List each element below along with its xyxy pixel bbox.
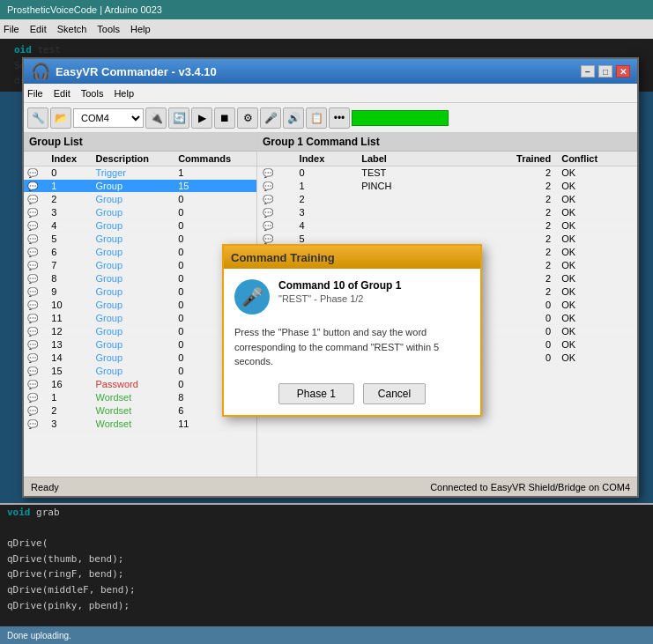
cmd-trained: 2 — [479, 272, 557, 285]
cmd-index: 3 — [294, 206, 357, 219]
group-index: 3 — [48, 206, 92, 219]
group-index: 13 — [48, 338, 92, 352]
toolbar-stop[interactable]: ⏹ — [214, 107, 235, 129]
toolbar-connect[interactable]: 🔌 — [145, 107, 167, 129]
cmd-trained: 2 — [479, 219, 557, 233]
group-description: Group — [93, 180, 175, 193]
arduino-menu-sketch[interactable]: Sketch — [57, 24, 87, 34]
group-description: Group — [93, 272, 175, 285]
group-icon: 💬 — [27, 419, 38, 429]
group-index: 2 — [48, 404, 92, 418]
group-icon: 💬 — [27, 248, 38, 257]
phase-button[interactable]: Phase 1 — [278, 383, 354, 404]
cmd-trained: 2 — [479, 180, 557, 193]
group-icon: 💬 — [27, 393, 38, 403]
group-icon: 💬 — [27, 181, 38, 191]
arduino-menu-help[interactable]: Help — [130, 24, 151, 34]
group-list-row[interactable]: 💬 3 Group 0 — [24, 206, 256, 219]
cmd-label — [356, 206, 478, 219]
group-commands: 0 — [174, 219, 256, 233]
group-list-row[interactable]: 💬 0 Trigger 1 — [24, 167, 256, 180]
cmd-trained: 0 — [479, 299, 557, 312]
close-button[interactable]: ✕ — [616, 65, 630, 78]
group-description: Group — [93, 285, 175, 299]
group-description: Group — [93, 312, 175, 325]
toolbar-speaker[interactable]: 🔊 — [283, 107, 304, 129]
menu-file[interactable]: File — [27, 88, 43, 99]
cmd-conflict: OK — [556, 193, 637, 206]
cmd-col-label: Label — [356, 152, 478, 167]
group-icon: 💬 — [27, 327, 38, 337]
minimize-button[interactable]: − — [581, 65, 595, 78]
cmd-conflict: OK — [556, 167, 637, 180]
command-list-row[interactable]: 💬 1 PINCH 2 OK — [257, 180, 637, 193]
toolbar-more[interactable]: ••• — [329, 107, 350, 129]
toolbar-play[interactable]: ▶ — [191, 107, 212, 129]
cmd-trained: 2 — [479, 285, 557, 299]
training-subheading: "REST" - Phase 1/2 — [278, 293, 470, 304]
group-description: Group — [93, 325, 175, 338]
group-list-row[interactable]: 💬 1 Group 15 — [24, 180, 256, 193]
group-list-row[interactable]: 💬 4 Group 0 — [24, 219, 256, 233]
arduino-menu-tools[interactable]: Tools — [97, 24, 120, 34]
group-list-row[interactable]: 💬 3 Wordset 11 — [24, 418, 256, 431]
group-list-row[interactable]: 💬 2 Group 0 — [24, 193, 256, 206]
cmd-conflict: OK — [556, 259, 637, 272]
group-icon: 💬 — [27, 287, 38, 297]
group-index: 16 — [48, 378, 92, 391]
command-list-row[interactable]: 💬 0 TEST 2 OK — [257, 167, 637, 180]
arduino-title: ProstheticVoiceCode | Arduino 0023 — [7, 4, 162, 15]
group-description: Wordset — [93, 404, 175, 418]
toolbar-options[interactable]: 📋 — [306, 107, 327, 129]
toolbar-refresh[interactable]: 🔄 — [168, 107, 189, 129]
easyvr-menubar: File Edit Tools Help — [24, 84, 637, 103]
toolbar-icon-2[interactable]: 📂 — [50, 107, 71, 129]
easyvr-title: EasyVR Commander - v3.4.10 — [56, 65, 217, 78]
maximize-button[interactable]: □ — [598, 65, 612, 78]
menu-tools[interactable]: Tools — [81, 88, 104, 99]
easyvr-titlebar: 🎧 EasyVR Commander - v3.4.10 − □ ✕ — [24, 59, 637, 84]
toolbar-icon-1[interactable]: 🔧 — [27, 107, 48, 129]
training-dialog: Command Training 🎤 Command 10 of Group 1… — [222, 244, 482, 417]
cmd-icon: 💬 — [263, 195, 273, 204]
cancel-button[interactable]: Cancel — [363, 383, 426, 404]
cmd-trained: 2 — [479, 193, 557, 206]
command-list-row[interactable]: 💬 3 2 OK — [257, 206, 637, 219]
training-heading: Command 10 of Group 1 — [278, 279, 470, 292]
command-list-row[interactable]: 💬 4 2 OK — [257, 219, 637, 233]
cmd-index: 1 — [294, 180, 357, 193]
command-list-title: Group 1 Command List — [257, 133, 637, 152]
group-index: 12 — [48, 325, 92, 338]
com-port-select[interactable]: COM4 COM1 COM2 COM3 COM5 — [73, 108, 144, 128]
menu-help[interactable]: Help — [114, 88, 134, 99]
cmd-trained: 0 — [479, 325, 557, 338]
command-list-row[interactable]: 💬 2 2 OK — [257, 193, 637, 206]
group-icon: 💬 — [27, 314, 38, 323]
arduino-menubar: File Edit Sketch Tools Help — [0, 19, 653, 39]
menu-edit[interactable]: Edit — [54, 88, 70, 99]
cmd-col-conflict: Conflict — [556, 152, 637, 167]
group-description: Password — [93, 378, 175, 391]
arduino-menu-file[interactable]: File — [4, 24, 19, 34]
group-description: Group — [93, 193, 175, 206]
training-mic-icon: 🎤 — [234, 279, 270, 315]
signal-level-bar — [352, 110, 449, 126]
group-icon: 💬 — [27, 366, 38, 376]
group-icon: 💬 — [27, 353, 38, 363]
cmd-conflict: OK — [556, 352, 637, 365]
toolbar-settings[interactable]: ⚙ — [237, 107, 258, 129]
group-description: Group — [93, 206, 175, 219]
cmd-conflict: OK — [556, 338, 637, 352]
group-description: Group — [93, 246, 175, 259]
status-right: Connected to EasyVR Shield/Bridge on COM… — [430, 482, 630, 492]
group-index: 10 — [48, 299, 92, 312]
toolbar-mic[interactable]: 🎤 — [260, 107, 281, 129]
arduino-menu-edit[interactable]: Edit — [30, 24, 47, 34]
cmd-conflict: OK — [556, 325, 637, 338]
group-col-icon — [24, 152, 48, 167]
group-description: Wordset — [93, 391, 175, 404]
cmd-icon: 💬 — [263, 234, 273, 244]
group-list-title: Group List — [24, 133, 256, 152]
group-index: 0 — [48, 167, 92, 180]
cmd-conflict: OK — [556, 233, 637, 246]
